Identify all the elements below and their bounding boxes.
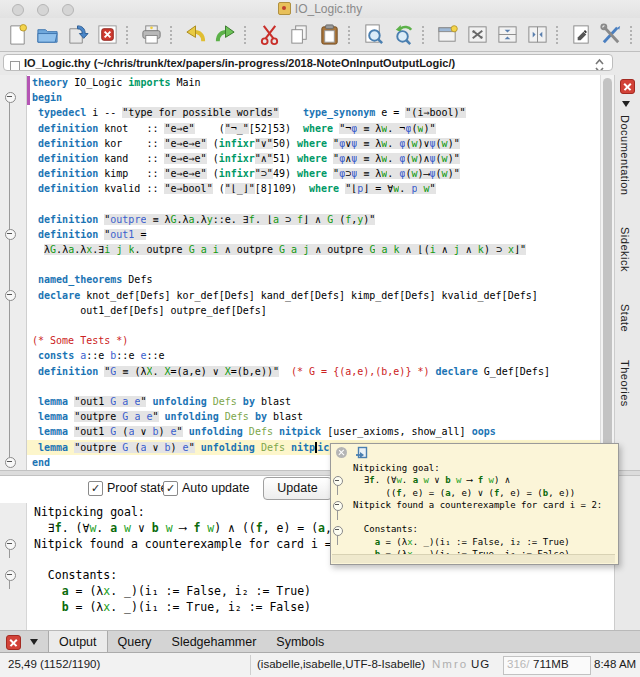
- new-view-button[interactable]: [434, 21, 460, 49]
- fold-handle-icon[interactable]: [5, 290, 16, 301]
- copy-button[interactable]: [286, 21, 312, 49]
- code-line: a = (λx. _)(i₁ := False, i₂ := True): [27, 584, 614, 600]
- code-line[interactable]: λG.λa.λx.∃i j k. outpre G a i ∧ outpre G…: [27, 242, 600, 257]
- jedit-window: IO_Logic.thy IO_Logic.thy (: [0, 0, 640, 677]
- code-line[interactable]: declare knot_def[Defs] kor_def[Defs] kan…: [27, 288, 600, 303]
- code-line[interactable]: definition "outpre ≡ λG.λa.λy::e. ∃f. ⌊a…: [27, 212, 600, 227]
- toolbar-separator: [556, 26, 562, 44]
- dock-menu-arrow-icon[interactable]: [30, 639, 38, 645]
- code-line[interactable]: [27, 318, 600, 333]
- paste-button[interactable]: [316, 21, 342, 49]
- fold-stem: [337, 511, 338, 520]
- tooltip-close-icon[interactable]: [336, 447, 347, 458]
- fold-handle-icon[interactable]: [333, 526, 343, 536]
- auto-update-label: Auto update: [182, 481, 249, 495]
- fold-handle-icon[interactable]: [5, 457, 16, 468]
- tooltip-header: [331, 444, 618, 459]
- close-dock-button[interactable]: [620, 79, 635, 94]
- code-line[interactable]: [27, 379, 600, 394]
- proof-state-checkbox[interactable]: ✓: [88, 481, 103, 496]
- code-line[interactable]: [27, 197, 600, 212]
- memory-total: 711MB: [533, 658, 569, 670]
- editor-gutter: [0, 75, 27, 470]
- dock-tab-sidekick[interactable]: Sidekick: [619, 227, 631, 272]
- search-icon: [362, 23, 385, 46]
- fold-handle-icon[interactable]: [5, 92, 16, 103]
- chevron-updown-icon[interactable]: [595, 58, 604, 71]
- fold-handle-icon[interactable]: [5, 539, 16, 550]
- dock-tab-symbols[interactable]: Symbols: [266, 631, 334, 653]
- redo-button[interactable]: [212, 21, 238, 49]
- fold-stem: [337, 536, 338, 545]
- editor-area[interactable]: theory IO_Logic imports Mainbegin typede…: [0, 75, 614, 470]
- code-line[interactable]: typedecl i -- "type for possible worlds"…: [27, 105, 600, 120]
- code-line[interactable]: (* Some Tests *): [27, 333, 600, 348]
- toolbar: [0, 18, 640, 52]
- tooltip-scrollbar[interactable]: [332, 554, 615, 563]
- code-line[interactable]: lemma "out1 G (a ∨ b) e" unfolding Defs …: [27, 424, 600, 439]
- clock: 8:48 AM: [594, 658, 636, 670]
- global-options-button[interactable]: [598, 21, 624, 49]
- update-button[interactable]: Update: [263, 477, 332, 500]
- status-divider: [250, 655, 251, 675]
- cut-button[interactable]: [256, 21, 282, 49]
- code-line[interactable]: named_theorems Defs: [27, 272, 600, 287]
- code-line[interactable]: lemma "out1 G a e" unfolding Defs by bla…: [27, 394, 600, 409]
- fold-handle-icon[interactable]: [333, 501, 343, 511]
- tooltip-detach-icon[interactable]: [355, 446, 368, 459]
- new-file-icon: [6, 23, 29, 46]
- code-line[interactable]: consts a::e b::e e::e: [27, 348, 600, 363]
- fold-handle-icon[interactable]: [5, 229, 16, 240]
- code-line: Constants:: [345, 523, 615, 535]
- split-horizontal-button[interactable]: [494, 21, 520, 49]
- open-file-button[interactable]: [34, 21, 60, 49]
- cut-icon: [258, 23, 281, 46]
- buffer-mode-encoding: (isabelle,isabelle,UTF-8-Isabelle): [257, 658, 425, 670]
- code-line[interactable]: [27, 257, 600, 272]
- dock-tab-query[interactable]: Query: [108, 631, 162, 653]
- editor-scrollbar[interactable]: [600, 75, 615, 470]
- code-line[interactable]: definition kvalid :: "e⇒bool" ("⌊_⌋"[8]1…: [27, 181, 600, 196]
- code-line[interactable]: definition kand :: "e⇒e⇒e" (infixr"∧"51)…: [27, 151, 600, 166]
- dock-tab-theories[interactable]: Theories: [619, 360, 631, 407]
- code-line: Constants:: [27, 568, 614, 584]
- code-line[interactable]: begin: [27, 90, 600, 105]
- code-line[interactable]: out1_def[Defs] outpre_def[Defs]: [27, 303, 600, 318]
- fold-handle-icon[interactable]: [333, 476, 343, 486]
- code-line[interactable]: definition "out1 =: [27, 227, 600, 242]
- close-buffer-button[interactable]: [94, 21, 120, 49]
- dock-tab-output[interactable]: Output: [48, 631, 108, 653]
- code-line[interactable]: definition kimp :: "e⇒e⇒e" (infixr"⊃"49)…: [27, 166, 600, 181]
- buffer-options-icon: [570, 23, 593, 46]
- code-line: ((f, e) = (a, e) ∨ (f, e) = (b, e)): [345, 487, 615, 499]
- nitpick-tooltip: Nitpicking goal: ∃f. (∀w. a w ∨ b w ⟶ f …: [330, 443, 619, 565]
- buffer-switcher[interactable]: IO_Logic.thy (~/chris/trunk/tex/papers/i…: [3, 54, 613, 71]
- code-line[interactable]: theory IO_Logic imports Main: [27, 75, 600, 90]
- auto-update-checkbox[interactable]: ✓: [163, 481, 178, 496]
- dock-menu-arrow-icon[interactable]: [622, 101, 630, 107]
- code-line[interactable]: definition "G ≡ (λX. X=(a,e) ∨ X=(b,e))"…: [27, 364, 600, 379]
- dock-tab-state[interactable]: State: [619, 304, 631, 332]
- find-button[interactable]: [360, 21, 386, 49]
- redo-icon: [214, 23, 237, 46]
- editor-code[interactable]: theory IO_Logic imports Mainbegin typede…: [27, 75, 600, 470]
- dock-tab-sledgehammer[interactable]: Sledgehammer: [162, 631, 267, 653]
- fold-guide-line: [9, 100, 10, 457]
- buffer-options-button[interactable]: [568, 21, 594, 49]
- caret-position[interactable]: 25,49 (1152/1190): [8, 658, 100, 670]
- editor-scrollbar-thumb[interactable]: [603, 78, 612, 460]
- print-button[interactable]: [138, 21, 164, 49]
- close-output-dock-button[interactable]: [6, 635, 21, 650]
- dock-tab-documentation[interactable]: Documentation: [619, 115, 631, 196]
- code-line[interactable]: definition knot :: "e⇒e" ("¬_"[52]53) wh…: [27, 121, 600, 136]
- split-vertical-button[interactable]: [524, 21, 550, 49]
- code-line[interactable]: definition kor :: "e⇒e⇒e" (infixr"∨"50) …: [27, 136, 600, 151]
- unsplit-button[interactable]: [464, 21, 490, 49]
- save-button[interactable]: [64, 21, 90, 49]
- copy-icon: [288, 23, 311, 46]
- find-replace-button[interactable]: [390, 21, 416, 49]
- code-line[interactable]: lemma "outpre G a e" unfolding Defs by b…: [27, 409, 600, 424]
- fold-handle-icon[interactable]: [5, 570, 16, 581]
- new-file-button[interactable]: [4, 21, 30, 49]
- undo-button[interactable]: [182, 21, 208, 49]
